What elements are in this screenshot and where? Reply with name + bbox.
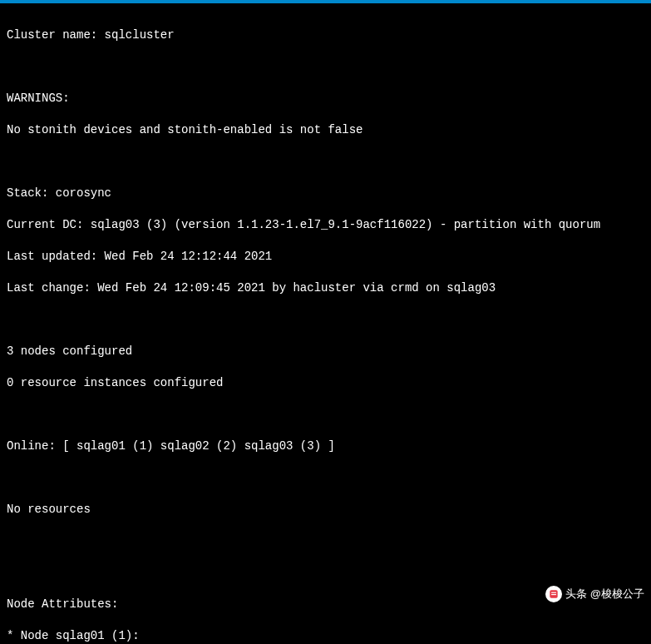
blank-line xyxy=(7,533,644,549)
blank-line xyxy=(7,407,644,423)
nodes-configured-line: 3 nodes configured xyxy=(7,344,644,359)
cluster-name-line: Cluster name: sqlcluster xyxy=(7,27,644,43)
no-resources-line: No resources xyxy=(7,502,644,518)
stack-line: Stack: corosync xyxy=(7,186,644,201)
online-nodes-line: Online: [ sqlag01 (1) sqlag02 (2) sqlag0… xyxy=(7,438,644,454)
last-change-line: Last change: Wed Feb 24 12:09:45 2021 by… xyxy=(7,280,644,296)
blank-line xyxy=(7,59,644,75)
warnings-header: WARNINGS: xyxy=(7,91,644,107)
svg-rect-2 xyxy=(551,594,556,595)
toutiao-logo-icon xyxy=(545,586,562,602)
warnings-text: No stonith devices and stonith-enabled i… xyxy=(7,122,644,138)
watermark: 头条 @梭梭公子 xyxy=(545,586,644,602)
watermark-text: 头条 @梭梭公子 xyxy=(565,587,644,602)
resources-configured-line: 0 resource instances configured xyxy=(7,375,644,391)
blank-line xyxy=(7,154,644,170)
node-attr-item: * Node sqlag01 (1): xyxy=(7,628,644,644)
blank-line xyxy=(7,312,644,328)
last-updated-line: Last updated: Wed Feb 24 12:12:44 2021 xyxy=(7,249,644,265)
blank-line xyxy=(7,470,644,486)
current-dc-line: Current DC: sqlag03 (3) (version 1.1.23-… xyxy=(7,217,644,233)
blank-line xyxy=(7,565,644,581)
terminal-output[interactable]: Cluster name: sqlcluster WARNINGS: No st… xyxy=(0,3,651,644)
svg-rect-1 xyxy=(551,592,556,593)
